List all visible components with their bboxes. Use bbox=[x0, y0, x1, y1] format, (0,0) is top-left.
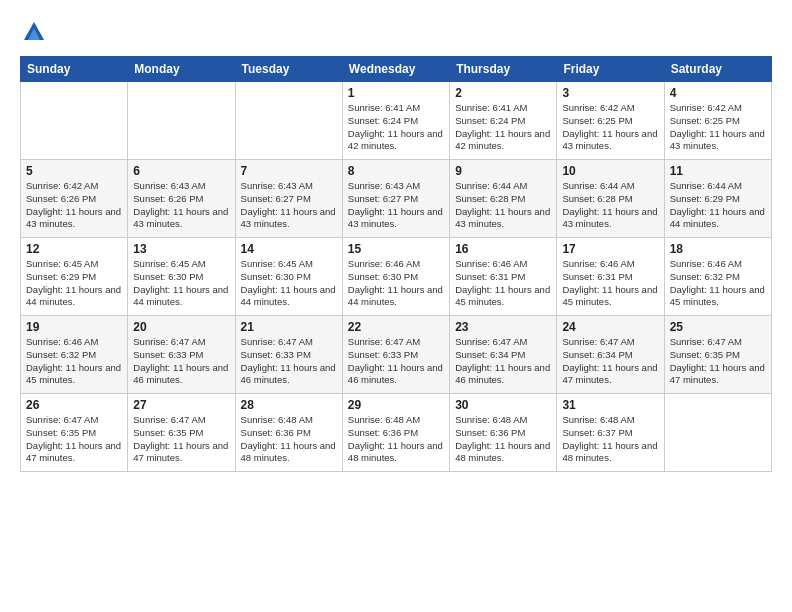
day-cell: 26Sunrise: 6:47 AM Sunset: 6:35 PM Dayli… bbox=[21, 394, 128, 472]
day-info: Sunrise: 6:48 AM Sunset: 6:37 PM Dayligh… bbox=[562, 414, 658, 465]
day-info: Sunrise: 6:45 AM Sunset: 6:29 PM Dayligh… bbox=[26, 258, 122, 309]
calendar: SundayMondayTuesdayWednesdayThursdayFrid… bbox=[20, 56, 772, 472]
day-cell: 27Sunrise: 6:47 AM Sunset: 6:35 PM Dayli… bbox=[128, 394, 235, 472]
day-cell: 4Sunrise: 6:42 AM Sunset: 6:25 PM Daylig… bbox=[664, 82, 771, 160]
day-cell: 18Sunrise: 6:46 AM Sunset: 6:32 PM Dayli… bbox=[664, 238, 771, 316]
day-info: Sunrise: 6:46 AM Sunset: 6:31 PM Dayligh… bbox=[562, 258, 658, 309]
page: SundayMondayTuesdayWednesdayThursdayFrid… bbox=[0, 0, 792, 482]
day-number: 30 bbox=[455, 398, 551, 412]
day-cell bbox=[235, 82, 342, 160]
day-cell bbox=[21, 82, 128, 160]
day-number: 4 bbox=[670, 86, 766, 100]
day-cell: 14Sunrise: 6:45 AM Sunset: 6:30 PM Dayli… bbox=[235, 238, 342, 316]
day-cell bbox=[664, 394, 771, 472]
day-cell: 6Sunrise: 6:43 AM Sunset: 6:26 PM Daylig… bbox=[128, 160, 235, 238]
day-number: 18 bbox=[670, 242, 766, 256]
day-number: 11 bbox=[670, 164, 766, 178]
day-info: Sunrise: 6:44 AM Sunset: 6:28 PM Dayligh… bbox=[455, 180, 551, 231]
day-cell: 10Sunrise: 6:44 AM Sunset: 6:28 PM Dayli… bbox=[557, 160, 664, 238]
week-row-1: 1Sunrise: 6:41 AM Sunset: 6:24 PM Daylig… bbox=[21, 82, 772, 160]
day-number: 19 bbox=[26, 320, 122, 334]
day-info: Sunrise: 6:41 AM Sunset: 6:24 PM Dayligh… bbox=[348, 102, 444, 153]
weekday-header-saturday: Saturday bbox=[664, 57, 771, 82]
day-info: Sunrise: 6:46 AM Sunset: 6:31 PM Dayligh… bbox=[455, 258, 551, 309]
day-cell: 2Sunrise: 6:41 AM Sunset: 6:24 PM Daylig… bbox=[450, 82, 557, 160]
weekday-header-thursday: Thursday bbox=[450, 57, 557, 82]
day-info: Sunrise: 6:47 AM Sunset: 6:33 PM Dayligh… bbox=[133, 336, 229, 387]
day-number: 31 bbox=[562, 398, 658, 412]
day-number: 21 bbox=[241, 320, 337, 334]
day-number: 14 bbox=[241, 242, 337, 256]
day-info: Sunrise: 6:47 AM Sunset: 6:35 PM Dayligh… bbox=[133, 414, 229, 465]
day-number: 17 bbox=[562, 242, 658, 256]
day-info: Sunrise: 6:42 AM Sunset: 6:26 PM Dayligh… bbox=[26, 180, 122, 231]
day-number: 3 bbox=[562, 86, 658, 100]
day-number: 9 bbox=[455, 164, 551, 178]
day-number: 7 bbox=[241, 164, 337, 178]
day-cell: 11Sunrise: 6:44 AM Sunset: 6:29 PM Dayli… bbox=[664, 160, 771, 238]
weekday-header-row: SundayMondayTuesdayWednesdayThursdayFrid… bbox=[21, 57, 772, 82]
day-number: 23 bbox=[455, 320, 551, 334]
day-info: Sunrise: 6:47 AM Sunset: 6:35 PM Dayligh… bbox=[26, 414, 122, 465]
weekday-header-wednesday: Wednesday bbox=[342, 57, 449, 82]
day-number: 20 bbox=[133, 320, 229, 334]
header bbox=[20, 18, 772, 46]
day-cell: 25Sunrise: 6:47 AM Sunset: 6:35 PM Dayli… bbox=[664, 316, 771, 394]
day-number: 6 bbox=[133, 164, 229, 178]
day-info: Sunrise: 6:48 AM Sunset: 6:36 PM Dayligh… bbox=[348, 414, 444, 465]
day-cell: 21Sunrise: 6:47 AM Sunset: 6:33 PM Dayli… bbox=[235, 316, 342, 394]
day-cell: 12Sunrise: 6:45 AM Sunset: 6:29 PM Dayli… bbox=[21, 238, 128, 316]
day-number: 15 bbox=[348, 242, 444, 256]
day-cell: 28Sunrise: 6:48 AM Sunset: 6:36 PM Dayli… bbox=[235, 394, 342, 472]
day-number: 27 bbox=[133, 398, 229, 412]
day-cell: 24Sunrise: 6:47 AM Sunset: 6:34 PM Dayli… bbox=[557, 316, 664, 394]
day-cell: 16Sunrise: 6:46 AM Sunset: 6:31 PM Dayli… bbox=[450, 238, 557, 316]
day-number: 12 bbox=[26, 242, 122, 256]
day-number: 28 bbox=[241, 398, 337, 412]
day-number: 25 bbox=[670, 320, 766, 334]
day-info: Sunrise: 6:42 AM Sunset: 6:25 PM Dayligh… bbox=[670, 102, 766, 153]
day-info: Sunrise: 6:48 AM Sunset: 6:36 PM Dayligh… bbox=[455, 414, 551, 465]
day-cell: 5Sunrise: 6:42 AM Sunset: 6:26 PM Daylig… bbox=[21, 160, 128, 238]
day-info: Sunrise: 6:46 AM Sunset: 6:32 PM Dayligh… bbox=[26, 336, 122, 387]
week-row-5: 26Sunrise: 6:47 AM Sunset: 6:35 PM Dayli… bbox=[21, 394, 772, 472]
day-cell: 8Sunrise: 6:43 AM Sunset: 6:27 PM Daylig… bbox=[342, 160, 449, 238]
day-cell: 31Sunrise: 6:48 AM Sunset: 6:37 PM Dayli… bbox=[557, 394, 664, 472]
day-cell: 19Sunrise: 6:46 AM Sunset: 6:32 PM Dayli… bbox=[21, 316, 128, 394]
day-cell: 1Sunrise: 6:41 AM Sunset: 6:24 PM Daylig… bbox=[342, 82, 449, 160]
day-info: Sunrise: 6:47 AM Sunset: 6:33 PM Dayligh… bbox=[241, 336, 337, 387]
day-info: Sunrise: 6:42 AM Sunset: 6:25 PM Dayligh… bbox=[562, 102, 658, 153]
day-number: 1 bbox=[348, 86, 444, 100]
day-number: 8 bbox=[348, 164, 444, 178]
day-cell: 17Sunrise: 6:46 AM Sunset: 6:31 PM Dayli… bbox=[557, 238, 664, 316]
day-cell bbox=[128, 82, 235, 160]
day-info: Sunrise: 6:46 AM Sunset: 6:30 PM Dayligh… bbox=[348, 258, 444, 309]
day-cell: 15Sunrise: 6:46 AM Sunset: 6:30 PM Dayli… bbox=[342, 238, 449, 316]
weekday-header-friday: Friday bbox=[557, 57, 664, 82]
day-info: Sunrise: 6:45 AM Sunset: 6:30 PM Dayligh… bbox=[241, 258, 337, 309]
day-cell: 22Sunrise: 6:47 AM Sunset: 6:33 PM Dayli… bbox=[342, 316, 449, 394]
week-row-4: 19Sunrise: 6:46 AM Sunset: 6:32 PM Dayli… bbox=[21, 316, 772, 394]
day-info: Sunrise: 6:47 AM Sunset: 6:34 PM Dayligh… bbox=[455, 336, 551, 387]
logo-icon bbox=[20, 18, 48, 46]
day-info: Sunrise: 6:46 AM Sunset: 6:32 PM Dayligh… bbox=[670, 258, 766, 309]
day-number: 26 bbox=[26, 398, 122, 412]
day-number: 2 bbox=[455, 86, 551, 100]
day-info: Sunrise: 6:43 AM Sunset: 6:27 PM Dayligh… bbox=[348, 180, 444, 231]
day-info: Sunrise: 6:43 AM Sunset: 6:26 PM Dayligh… bbox=[133, 180, 229, 231]
day-number: 16 bbox=[455, 242, 551, 256]
day-number: 5 bbox=[26, 164, 122, 178]
day-info: Sunrise: 6:47 AM Sunset: 6:34 PM Dayligh… bbox=[562, 336, 658, 387]
logo bbox=[20, 18, 52, 46]
week-row-3: 12Sunrise: 6:45 AM Sunset: 6:29 PM Dayli… bbox=[21, 238, 772, 316]
day-info: Sunrise: 6:48 AM Sunset: 6:36 PM Dayligh… bbox=[241, 414, 337, 465]
day-info: Sunrise: 6:45 AM Sunset: 6:30 PM Dayligh… bbox=[133, 258, 229, 309]
weekday-header-monday: Monday bbox=[128, 57, 235, 82]
day-cell: 30Sunrise: 6:48 AM Sunset: 6:36 PM Dayli… bbox=[450, 394, 557, 472]
day-number: 29 bbox=[348, 398, 444, 412]
day-info: Sunrise: 6:44 AM Sunset: 6:29 PM Dayligh… bbox=[670, 180, 766, 231]
day-info: Sunrise: 6:41 AM Sunset: 6:24 PM Dayligh… bbox=[455, 102, 551, 153]
week-row-2: 5Sunrise: 6:42 AM Sunset: 6:26 PM Daylig… bbox=[21, 160, 772, 238]
day-number: 10 bbox=[562, 164, 658, 178]
day-cell: 23Sunrise: 6:47 AM Sunset: 6:34 PM Dayli… bbox=[450, 316, 557, 394]
